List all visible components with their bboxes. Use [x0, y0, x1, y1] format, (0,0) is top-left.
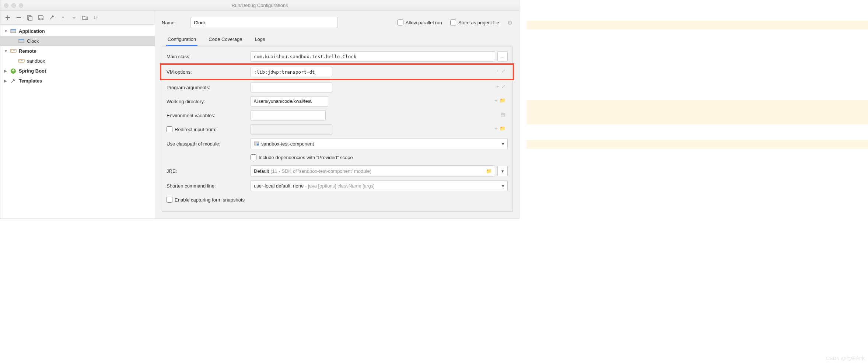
tab-code-coverage[interactable]: Code Coverage: [207, 33, 244, 46]
tree-springboot[interactable]: ▶ Spring Boot: [0, 66, 155, 76]
tree-label: Clock: [27, 38, 39, 44]
classpath-label: Use classpath of module:: [167, 141, 251, 147]
up-icon[interactable]: [60, 15, 66, 21]
svg-rect-2: [17, 17, 21, 18]
chevron-down-icon: ▼: [4, 49, 8, 53]
jre-hint: (11 - SDK of 'sandbox-test-component' mo…: [270, 168, 371, 174]
chevron-right-icon: ▶: [4, 79, 8, 83]
expand-icon[interactable]: ⤢: [501, 84, 505, 89]
tree-label: Spring Boot: [19, 68, 46, 74]
springboot-icon: [10, 68, 17, 74]
application-icon: [10, 28, 17, 35]
tabs: Configuration Code Coverage Logs: [162, 33, 512, 46]
dialog-window: Run/Debug Configurations ▼ Application: [0, 0, 519, 219]
classpath-select[interactable]: sandbox-test-component ▾: [251, 138, 508, 149]
tab-configuration[interactable]: Configuration: [166, 33, 197, 46]
svg-point-13: [14, 50, 15, 51]
env-vars-label: Environment variables:: [167, 113, 251, 118]
window-title: Run/Debug Configurations: [0, 3, 519, 8]
tree-label: Application: [19, 28, 45, 34]
tree-label: Templates: [19, 78, 42, 84]
gear-icon[interactable]: ⚙: [507, 19, 512, 26]
background-editor: [519, 0, 868, 219]
insert-macro-icon[interactable]: +: [496, 84, 499, 89]
svg-rect-1: [6, 17, 10, 18]
vm-options-label: VM options:: [167, 69, 251, 75]
insert-macro-icon[interactable]: +: [494, 98, 497, 103]
chevron-down-icon: ▾: [502, 141, 504, 147]
remote-icon: [18, 58, 25, 64]
sidebar: ▼ Application Clock ▼ Remote sandbox: [0, 11, 155, 218]
checkbox-label: Allow parallel run: [406, 20, 442, 25]
shorten-label: Shorten command line:: [167, 183, 251, 189]
select-value: Default: [254, 168, 269, 174]
working-dir-input[interactable]: [251, 96, 328, 106]
checkbox-label: Enable capturing form snapshots: [175, 197, 245, 203]
redirect-input-field: [251, 124, 332, 134]
tree-label: Remote: [19, 48, 36, 54]
list-icon[interactable]: ▤: [501, 112, 505, 117]
main-class-input[interactable]: [251, 51, 495, 62]
svg-point-17: [22, 60, 23, 61]
titlebar: Run/Debug Configurations: [0, 0, 519, 11]
chevron-down-icon: ▼: [4, 29, 8, 33]
main-class-label: Main class:: [167, 54, 251, 59]
folder-move-icon[interactable]: [82, 15, 88, 21]
main-panel: Name: Allow parallel run Store as projec…: [155, 11, 519, 218]
env-vars-input[interactable]: [251, 110, 326, 120]
allow-parallel-checkbox[interactable]: Allow parallel run: [398, 20, 442, 25]
include-provided-checkbox[interactable]: Include dependencies with "Provided" sco…: [251, 154, 353, 160]
working-dir-label: Working directory:: [167, 99, 251, 104]
chevron-right-icon: ▶: [4, 69, 8, 73]
program-args-label: Program arguments:: [167, 85, 251, 90]
sort-icon[interactable]: [93, 15, 99, 21]
expand-icon[interactable]: ⤢: [501, 68, 505, 74]
down-icon[interactable]: [71, 15, 77, 21]
select-value: user-local default: none: [254, 183, 304, 189]
folder-icon[interactable]: 📁: [486, 168, 492, 174]
add-icon[interactable]: [5, 15, 11, 21]
tree-remote-sandbox[interactable]: sandbox: [0, 56, 155, 66]
config-tree: ▼ Application Clock ▼ Remote sandbox: [0, 25, 155, 87]
configuration-panel: Main class: ... VM options: + ⤢: [162, 46, 512, 212]
svg-rect-7: [11, 29, 16, 30]
store-as-project-checkbox[interactable]: Store as project file: [450, 20, 499, 25]
remove-icon[interactable]: [16, 15, 22, 21]
insert-macro-icon[interactable]: +: [496, 68, 499, 74]
redirect-input-checkbox[interactable]: Redirect input from:: [167, 126, 251, 132]
select-value: sandbox-test-component: [261, 141, 314, 147]
name-label: Name:: [162, 20, 184, 25]
tree-templates[interactable]: ▶ Templates: [0, 76, 155, 86]
tree-remote[interactable]: ▼ Remote: [0, 46, 155, 56]
sidebar-toolbar: [0, 11, 155, 25]
dropdown-button[interactable]: ▾: [497, 166, 508, 176]
enable-snapshots-checkbox[interactable]: Enable capturing form snapshots: [167, 197, 245, 203]
chevron-down-icon: ▾: [502, 183, 504, 189]
folder-icon: 📁: [500, 126, 505, 131]
svg-point-16: [21, 60, 22, 61]
jre-select[interactable]: Default (11 - SDK of 'sandbox-test-compo…: [251, 165, 495, 176]
save-icon[interactable]: [38, 15, 44, 21]
wrench-icon[interactable]: [49, 15, 55, 21]
name-input[interactable]: [190, 17, 338, 28]
tree-application[interactable]: ▼ Application: [0, 26, 155, 36]
tree-label: sandbox: [27, 58, 45, 64]
svg-rect-9: [19, 39, 24, 40]
checkbox-label: Include dependencies with "Provided" sco…: [259, 155, 353, 160]
jre-label: JRE:: [167, 168, 251, 174]
svg-point-12: [13, 50, 14, 51]
vm-options-input[interactable]: [251, 67, 332, 77]
browse-button[interactable]: ...: [497, 51, 508, 62]
remote-icon: [10, 48, 17, 55]
program-args-input[interactable]: [251, 82, 332, 92]
copy-icon[interactable]: [27, 15, 33, 21]
wrench-icon: [10, 78, 17, 84]
tab-logs[interactable]: Logs: [253, 33, 266, 46]
tree-application-clock[interactable]: Clock: [0, 36, 155, 46]
svg-rect-20: [257, 144, 259, 146]
svg-point-11: [11, 50, 12, 51]
checkbox-label: Store as project file: [458, 20, 499, 25]
shorten-hint: - java [options] className [args]: [305, 183, 375, 189]
folder-icon[interactable]: 📁: [500, 98, 505, 103]
shorten-select[interactable]: user-local default: none - java [options…: [251, 180, 508, 191]
